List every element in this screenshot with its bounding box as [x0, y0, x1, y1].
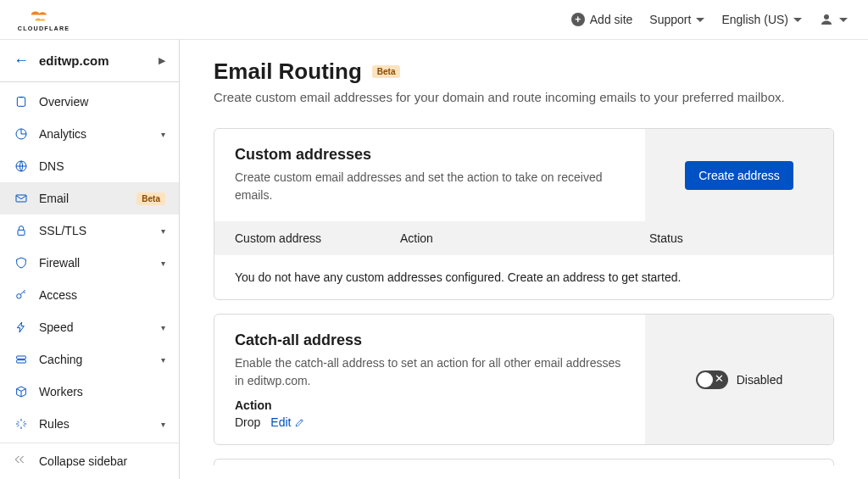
logo-area: CLOUDFLARE [14, 6, 95, 33]
language-menu[interactable]: English (US) [721, 13, 802, 26]
svg-text:CLOUDFLARE: CLOUDFLARE [18, 25, 70, 32]
bolt-icon [14, 320, 29, 335]
x-icon: ✕ [715, 372, 724, 385]
custom-addresses-desc: Create custom email addresses and set th… [235, 169, 625, 204]
sidebar: ← editwp.com ▶ Overview Analytics ▾ DNS … [0, 40, 180, 479]
column-status: Status [649, 231, 813, 245]
edit-action-link[interactable]: Edit [270, 415, 305, 429]
sidebar-item-access[interactable]: Access [0, 279, 179, 311]
card-header-main: Custom addresses Create custom email add… [214, 129, 645, 221]
header-actions: + Add site Support English (US) [571, 12, 848, 27]
sidebar-item-label: Analytics [39, 127, 151, 141]
chevron-down-icon: ▾ [161, 226, 165, 236]
card-header-side: Create address [645, 129, 833, 221]
sidebar-item-caching[interactable]: Caching ▾ [0, 343, 179, 376]
pencil-icon [294, 417, 305, 428]
toggle-label: Disabled [737, 373, 782, 387]
cloudflare-logo[interactable]: CLOUDFLARE [14, 6, 95, 33]
global-header: CLOUDFLARE + Add site Support English (U… [0, 0, 868, 40]
page-subtitle: Create custom email addresses for your d… [214, 90, 834, 104]
svg-rect-9 [17, 360, 26, 363]
cube-icon [14, 384, 29, 399]
svg-rect-8 [17, 356, 26, 359]
collapse-icon [14, 454, 29, 469]
add-site-button[interactable]: + Add site [571, 13, 633, 26]
chevron-down-icon: ▾ [161, 420, 165, 429]
catch-all-desc: Enable the catch-all address to set an a… [235, 354, 625, 390]
svg-rect-2 [17, 97, 25, 107]
sidebar-nav: Overview Analytics ▾ DNS Email Beta SSL/… [0, 82, 179, 443]
drive-icon [14, 352, 29, 367]
sidebar-item-speed[interactable]: Speed ▾ [0, 311, 179, 343]
chevron-down-icon [839, 18, 848, 22]
svg-point-7 [17, 294, 21, 298]
sidebar-item-label: Overview [39, 95, 165, 109]
sidebar-item-firewall[interactable]: Firewall ▾ [0, 247, 179, 279]
chevron-down-icon: ▾ [161, 130, 165, 139]
next-card [214, 459, 834, 465]
card-header-main: Catch-all address Enable the catch-all a… [214, 315, 645, 444]
support-menu[interactable]: Support [649, 13, 704, 26]
sidebar-item-analytics[interactable]: Analytics ▾ [0, 118, 179, 150]
user-icon [819, 12, 834, 27]
account-menu[interactable] [819, 12, 848, 27]
svg-rect-6 [18, 230, 25, 235]
sidebar-item-label: Firewall [39, 256, 151, 270]
create-address-button[interactable]: Create address [685, 161, 793, 190]
sidebar-item-label: Email [39, 192, 123, 205]
action-value: Drop [235, 415, 260, 429]
table-header: Custom address Action Status [214, 221, 833, 255]
email-icon [14, 191, 29, 206]
action-row: Drop Edit [235, 415, 625, 429]
sidebar-item-email[interactable]: Email Beta [0, 182, 179, 214]
sidebar-item-dns[interactable]: DNS [0, 150, 179, 182]
plus-circle-icon: + [571, 13, 585, 26]
catch-all-toggle[interactable]: ✕ [696, 370, 728, 389]
site-selector[interactable]: ← editwp.com ▶ [0, 40, 179, 82]
shield-icon [14, 255, 29, 270]
language-label: English (US) [721, 13, 788, 26]
column-action: Action [400, 231, 649, 245]
sidebar-item-overview[interactable]: Overview [0, 86, 179, 118]
action-label: Action [235, 398, 625, 412]
catch-all-toggle-wrap: ✕ Disabled [696, 370, 782, 389]
custom-addresses-card: Custom addresses Create custom email add… [214, 128, 834, 300]
sidebar-item-label: Access [39, 288, 165, 302]
add-site-label: Add site [590, 13, 633, 26]
table-empty-message: You do not have any custom addresses con… [214, 255, 833, 299]
page-title: Email Routing [214, 58, 362, 85]
toggle-knob [698, 372, 713, 387]
column-custom-address: Custom address [235, 231, 400, 245]
globe-icon [14, 159, 29, 174]
main-content: Email Routing Beta Create custom email a… [180, 40, 868, 479]
chevron-down-icon: ▾ [161, 259, 165, 268]
sidebar-item-label: Speed [39, 320, 151, 334]
lock-icon [14, 223, 29, 238]
sidebar-item-label: Rules [39, 417, 151, 431]
card-header-side: ✕ Disabled [645, 315, 833, 444]
chevron-down-icon: ▾ [161, 323, 165, 332]
pie-chart-icon [14, 126, 29, 142]
sidebar-item-ssltls[interactable]: SSL/TLS ▾ [0, 214, 179, 247]
sidebar-item-label: Caching [39, 353, 151, 366]
caret-right-icon: ▶ [159, 55, 165, 66]
chevron-down-icon [696, 18, 704, 22]
tool-icon [14, 416, 29, 432]
beta-badge: Beta [372, 65, 401, 78]
sidebar-item-rules[interactable]: Rules ▾ [0, 408, 179, 440]
collapse-sidebar[interactable]: Collapse sidebar [0, 443, 179, 479]
catch-all-card: Catch-all address Enable the catch-all a… [214, 314, 834, 445]
sidebar-item-label: SSL/TLS [39, 224, 151, 237]
svg-rect-5 [16, 195, 26, 202]
sidebar-item-label: DNS [39, 159, 165, 173]
chevron-down-icon: ▾ [161, 355, 165, 365]
sidebar-item-workers[interactable]: Workers [0, 376, 179, 408]
catch-all-title: Catch-all address [235, 331, 625, 349]
custom-addresses-title: Custom addresses [235, 146, 625, 164]
sidebar-item-label: Workers [39, 385, 165, 398]
key-icon [14, 287, 29, 303]
chevron-down-icon [793, 18, 802, 22]
collapse-label: Collapse sidebar [39, 454, 127, 468]
edit-label: Edit [270, 415, 291, 429]
page-title-row: Email Routing Beta [214, 58, 834, 85]
